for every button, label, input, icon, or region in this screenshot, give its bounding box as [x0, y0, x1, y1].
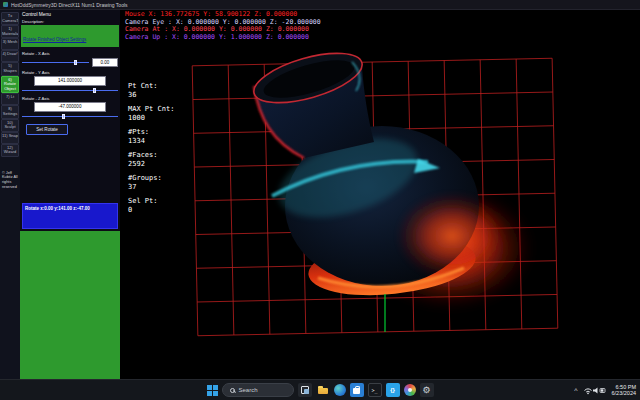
system-tray: ^ 6:50 PM 6/23/2024	[574, 380, 636, 400]
tray-status-icons[interactable]	[583, 385, 607, 395]
titlebar: HotOddSymmetry3D DirectX11 Num1 Drawing …	[0, 0, 640, 10]
taskbar-search[interactable]: Search	[222, 383, 294, 397]
model-stats: Pt Cnt:36MAX Pt Cnt:1000#Pts:1334#Faces:…	[128, 82, 174, 220]
description-box: Rotate Finished Object Settings	[21, 25, 119, 47]
rotate-y-label: Rotate - Y Axis	[20, 68, 120, 75]
viewport-3d[interactable]: Mouse X: 136.772675 Y: 58.900122 Z: 0.00…	[120, 10, 640, 379]
taskbar: Search >_{}⚙ ^ 6:50 PM 6/23/2024	[0, 379, 640, 400]
taskbar-settings[interactable]: ⚙	[420, 383, 434, 397]
scene-canvas	[120, 10, 640, 379]
rotate-z-label: Rotate - Z Axis	[20, 94, 120, 101]
camera-up-label: Camera Up :	[125, 33, 168, 41]
stat-item: #Faces:2592	[128, 151, 174, 169]
hud-readout: Mouse X: 136.772675 Y: 58.900122 Z: 0.00…	[125, 11, 321, 41]
rotate-status-box: Rotate x:0.00 y:141.00 z:-47.00	[22, 203, 118, 229]
stat-label: #Groups:	[128, 174, 174, 183]
model-object	[249, 43, 532, 308]
rail-item-4-draw[interactable]: 4) Draw!	[1, 50, 19, 62]
volume-icon	[593, 388, 598, 394]
start-button[interactable]	[207, 385, 218, 396]
description-link[interactable]: Rotate Finished Object Settings	[23, 37, 86, 42]
stat-label: MAX Pt Cnt:	[128, 105, 174, 114]
taskbar-store[interactable]	[350, 383, 364, 397]
stat-value: 37	[128, 183, 174, 192]
rotate-y-value[interactable]: 141.000000	[34, 76, 106, 86]
search-icon	[230, 388, 235, 393]
rotate-z-value[interactable]: -47.000000	[34, 102, 106, 112]
copyright-text: © Jeff Kubitz All rights reserved	[1, 171, 19, 189]
search-label: Search	[239, 387, 258, 393]
stat-label: #Pts:	[128, 128, 174, 137]
app-logo-icon	[3, 2, 8, 7]
rail-item-6-rotate-object[interactable]: 6) Rotate Object	[1, 76, 19, 94]
stat-label: #Faces:	[128, 151, 174, 160]
stat-item: Sel Pt:0	[128, 197, 174, 215]
description-label: Description:	[20, 18, 120, 24]
stat-item: #Groups:37	[128, 174, 174, 192]
rail-item-7-lt[interactable]: 7) Lt	[1, 93, 19, 105]
rail-item-11-snap[interactable]: 11) Snap	[1, 132, 19, 144]
panel-spacer	[20, 135, 120, 203]
stat-item: MAX Pt Cnt:1000	[128, 105, 174, 123]
rail-item-tx-cameraticket[interactable]: Tx CameraTicket	[1, 12, 19, 25]
stat-value: 1334	[128, 137, 174, 146]
stat-value: 0	[128, 206, 174, 215]
stat-item: Pt Cnt:36	[128, 82, 174, 100]
rotate-x-label: Rotate - X Axis	[20, 49, 120, 56]
set-rotate-button[interactable]: Set Rotate	[26, 124, 68, 135]
rail-item-3-mesh[interactable]: 3) Mesh	[1, 38, 19, 50]
camera-up-coords: X: 0.000000 Y: 1.000000 Z: 0.000000	[172, 33, 309, 41]
hidden-icons-chevron[interactable]: ^	[574, 387, 577, 394]
panel-green-area	[20, 231, 120, 379]
rail-item-12-wizard[interactable]: 12) Wizard	[1, 144, 19, 157]
tool-rail: Tx CameraTicket1) Materialize3) Mesh4) D…	[0, 10, 20, 379]
taskbar-photos[interactable]	[404, 384, 416, 396]
control-menu-title: Control Menu	[20, 10, 120, 18]
stat-label: Pt Cnt:	[128, 82, 174, 91]
taskbar-code[interactable]: {}	[386, 383, 400, 397]
stat-value: 36	[128, 91, 174, 100]
rotate-y-slider[interactable]	[22, 88, 118, 93]
taskbar-edge[interactable]	[334, 384, 346, 396]
rotate-z-slider[interactable]	[22, 114, 118, 119]
control-panel: Control Menu Description: Rotate Finishe…	[20, 10, 120, 379]
rotate-x-slider[interactable]	[22, 60, 89, 65]
rotate-x-value[interactable]: 0.00	[92, 58, 118, 67]
taskbar-file-explorer[interactable]	[316, 383, 330, 397]
rail-item-10-sculpt[interactable]: 10) Sculpt	[1, 119, 19, 132]
rail-item-5-shapes[interactable]: 5) Shapes	[1, 62, 19, 75]
stat-label: Sel Pt:	[128, 197, 174, 206]
rail-item-1-materialize[interactable]: 1) Materialize	[1, 25, 19, 38]
taskbar-task-view[interactable]	[298, 383, 312, 397]
stat-value: 1000	[128, 114, 174, 123]
wifi-icon	[587, 393, 589, 395]
app-window: HotOddSymmetry3D DirectX11 Num1 Drawing …	[0, 0, 640, 400]
sidebar: Tx CameraTicket1) Materialize3) Mesh4) D…	[0, 10, 120, 379]
clock-date: 6/23/2024	[612, 390, 636, 397]
rail-item-8-settings[interactable]: 8) Settings	[1, 105, 19, 118]
window-title: HotOddSymmetry3D DirectX11 Num1 Drawing …	[11, 2, 128, 8]
stat-item: #Pts:1334	[128, 128, 174, 146]
taskbar-terminal[interactable]: >_	[368, 383, 382, 397]
stat-value: 2592	[128, 160, 174, 169]
taskbar-clock[interactable]: 6:50 PM 6/23/2024	[612, 384, 636, 397]
